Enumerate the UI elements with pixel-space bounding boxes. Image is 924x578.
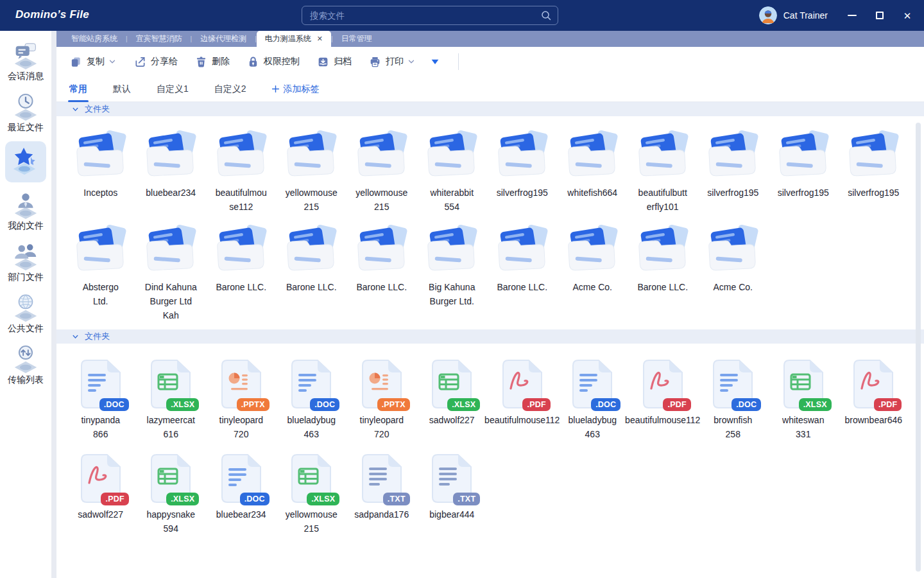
file-icon: .XLSX [287, 451, 335, 505]
document-tab[interactable]: 宜宾智慧消防 [128, 31, 191, 47]
folder-item[interactable]: Big Kahuna Burger Ltd. [417, 223, 488, 322]
file-name: beautifulmouse112 [625, 413, 700, 427]
file-item[interactable]: .PDFbeautifulmouse112 [628, 356, 698, 441]
folder-item[interactable]: beautifulbutt erfly101 [628, 128, 698, 214]
search-box[interactable] [302, 6, 558, 25]
folder-item[interactable]: Acme Co. [698, 223, 769, 322]
close-button[interactable]: ✕ [902, 10, 912, 21]
folder-item[interactable]: Barone LLC. [487, 223, 558, 322]
folder-item[interactable]: Abstergo Ltd. [65, 223, 136, 322]
file-item[interactable]: .PDFbeautifulmouse112 [487, 356, 558, 441]
delete-button[interactable]: 删除 [195, 56, 230, 68]
sidebar-item-clock[interactable]: 最近文件 [2, 90, 49, 136]
document-tab[interactable]: 日常管理 [333, 31, 381, 47]
file-item[interactable]: .DOCtinypanda 866 [65, 356, 136, 441]
user-name[interactable]: Cat Trainer [783, 10, 828, 21]
toolbar-item-label: 分享给 [151, 56, 178, 67]
file-icon: .DOC [218, 451, 265, 505]
folder-icon [633, 223, 693, 278]
sidebar-item-transfer[interactable]: 传输列表 [2, 342, 49, 388]
file-type-badge: .XLSX [166, 493, 199, 505]
chevron-down-icon[interactable] [407, 57, 416, 66]
folder-item[interactable]: bluebear234 [136, 128, 207, 214]
sidebar-item-label: 部门文件 [8, 272, 44, 283]
search-icon[interactable] [541, 10, 551, 21]
folder-item[interactable]: silverfrog195 [487, 128, 558, 214]
maximize-button[interactable] [875, 10, 885, 21]
sidebar-item-team[interactable]: 部门文件 [2, 240, 49, 285]
file-item[interactable]: .XLSXlazymeercat 616 [136, 356, 207, 441]
document-tab[interactable]: 智能站房系统 [63, 31, 126, 47]
main-panel: 智能站房系统|宜宾智慧消防|边缘代理检测|电力测温系统✕|日常管理 复制分享给删… [56, 31, 924, 578]
folder-item[interactable]: silverfrog195 [698, 128, 769, 214]
file-icon: .PDF [850, 357, 897, 411]
archive-icon [317, 56, 329, 68]
folder-item[interactable]: yellowmouse 215 [277, 128, 347, 214]
chevron-down-icon[interactable] [71, 105, 80, 114]
filter-tab-3[interactable]: 自定义1 [155, 76, 190, 102]
folder-item[interactable]: Barone LLC. [277, 223, 347, 322]
sidebar-item-chat[interactable]: 会话消息 [2, 39, 49, 84]
folder-item[interactable]: Dind Kahuna Burger Ltd Kah [136, 223, 207, 322]
folder-item[interactable]: whitefish664 [558, 128, 628, 214]
folder-item[interactable]: Barone LLC. [346, 223, 417, 322]
permission-button[interactable]: 权限控制 [247, 56, 300, 68]
folder-item[interactable]: Barone LLC. [206, 223, 277, 322]
file-item[interactable]: .XLSXsadwolf227 [417, 356, 488, 441]
folder-item[interactable]: silverfrog195 [839, 128, 909, 214]
folder-icon [211, 223, 271, 278]
maximize-icon [876, 12, 884, 19]
sidebar-item-user[interactable]: 我的文件 [2, 188, 49, 234]
file-item[interactable]: .XLSXhappysnake 594 [136, 450, 207, 536]
folder-name: Acme Co. [714, 280, 753, 294]
chevron-down-icon[interactable] [71, 333, 80, 341]
print-button[interactable]: 打印 [369, 56, 416, 68]
document-tab[interactable]: 边缘代理检测 [192, 31, 255, 47]
file-item[interactable]: .DOCbrownfish 258 [698, 356, 769, 441]
copy-button[interactable]: 复制 [70, 56, 117, 68]
file-icon: .PPTX [358, 357, 406, 411]
archive-button[interactable]: 归档 [317, 56, 352, 68]
folder-icon [492, 223, 552, 278]
more-actions-caret[interactable] [429, 56, 441, 67]
add-tag-button[interactable]: 添加标签 [271, 83, 320, 95]
chevron-down-icon[interactable] [108, 57, 117, 66]
folder-icon [703, 128, 763, 184]
folder-name: Barone LLC. [216, 280, 266, 294]
share-button[interactable]: 分享给 [134, 56, 178, 68]
folder-item[interactable]: silverfrog195 [768, 128, 839, 214]
search-input[interactable] [309, 10, 541, 21]
folder-item[interactable]: Barone LLC. [628, 223, 698, 322]
minimize-button[interactable] [847, 10, 857, 21]
file-item[interactable]: .XLSXwhiteswan 331 [768, 356, 839, 441]
sidebar-item-globe[interactable]: 公共文件 [2, 291, 49, 337]
file-item[interactable]: .TXTsadpanda176 [346, 450, 417, 536]
file-item[interactable]: .XLSXyellowmouse 215 [277, 450, 347, 536]
file-item[interactable]: .DOCblueladybug 463 [277, 356, 347, 441]
filter-tab-1[interactable]: 常用 [68, 76, 89, 102]
file-item[interactable]: .PDFbrownbear646 [839, 356, 909, 441]
filter-tab-2[interactable]: 默认 [112, 76, 132, 102]
file-item[interactable]: .DOCbluebear234 [206, 450, 277, 536]
folder-item[interactable]: Inceptos [65, 128, 136, 214]
document-tab[interactable]: 电力测温系统✕ [257, 31, 331, 47]
folder-item[interactable]: whiterabbit 554 [417, 128, 488, 214]
file-type-badge: .PDF [874, 398, 902, 411]
folder-item[interactable]: beautifulmou se112 [206, 128, 277, 214]
tab-close-icon[interactable]: ✕ [317, 35, 323, 42]
scrollbar[interactable] [916, 123, 921, 572]
filter-tab-4[interactable]: 自定义2 [213, 76, 248, 102]
sidebar-item-star[interactable] [5, 141, 46, 182]
file-item[interactable]: .TXTbigbear444 [417, 450, 488, 536]
folder-item[interactable]: Acme Co. [558, 223, 628, 322]
document-tab-label: 智能站房系统 [71, 33, 117, 44]
file-item[interactable]: .PDFsadwolf227 [65, 450, 136, 536]
file-item[interactable]: .DOCblueladybug 463 [558, 356, 628, 441]
file-item[interactable]: .PPTXtinyleopard 720 [206, 356, 277, 441]
toolbar: 复制分享给删除权限控制归档打印 [56, 47, 924, 76]
avatar[interactable] [759, 6, 777, 24]
file-name: tinyleopard 720 [360, 413, 404, 441]
file-item[interactable]: .PPTXtinyleopard 720 [346, 356, 417, 441]
folder-item[interactable]: yellowmouse 215 [346, 128, 417, 214]
file-icon: .DOC [709, 357, 757, 411]
